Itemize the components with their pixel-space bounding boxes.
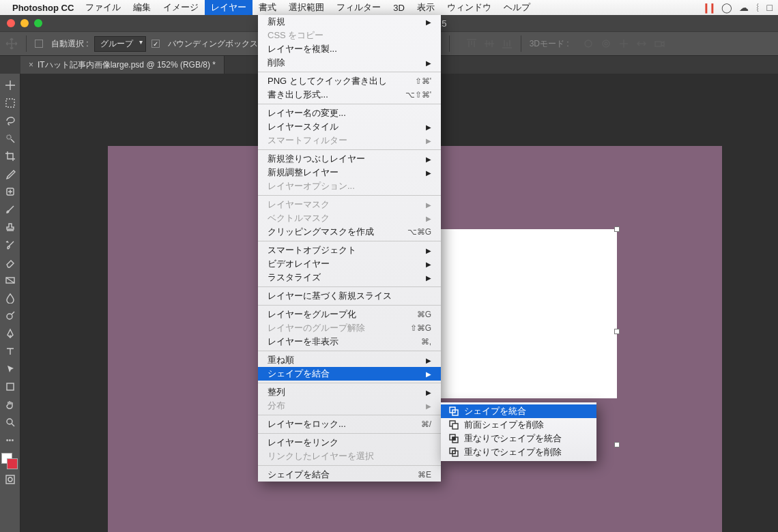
menu-layer[interactable]: レイヤー bbox=[205, 0, 253, 15]
close-tab-icon[interactable]: × bbox=[29, 60, 33, 70]
quick-mask-icon[interactable] bbox=[1, 471, 20, 488]
submenu-item-exclude[interactable]: 重なりでシェイプを削除 bbox=[441, 445, 596, 459]
menu-item[interactable]: 書き出し形式...⌥⇧⌘' bbox=[258, 88, 441, 102]
menu-select[interactable]: 選択範囲 bbox=[283, 0, 330, 15]
menu-item[interactable]: スマートオブジェクト▶ bbox=[258, 243, 441, 257]
submenu-item-label: 重なりでシェイプを削除 bbox=[464, 446, 562, 458]
submenu-item-intersect[interactable]: 重なりでシェイプを統合 bbox=[441, 432, 596, 445]
align-bottom-icon[interactable] bbox=[502, 38, 513, 49]
bbox-checkbox[interactable]: ✓ bbox=[152, 40, 160, 48]
svg-point-12 bbox=[8, 477, 12, 482]
menu-item[interactable]: 新規調整レイヤー▶ bbox=[258, 166, 441, 179]
menu-edit[interactable]: 編集 bbox=[127, 0, 157, 15]
brush-tool[interactable] bbox=[1, 201, 20, 218]
path-select-tool[interactable] bbox=[1, 360, 20, 378]
transform-handle-ne[interactable] bbox=[614, 226, 620, 232]
submenu-item-subtract[interactable]: 前面シェイプを削除 bbox=[441, 418, 596, 432]
wifi-icon[interactable]: ⧙ bbox=[755, 2, 760, 13]
menu-item[interactable]: 削除▶ bbox=[258, 56, 441, 70]
pause-sync-icon[interactable]: ❙❙ bbox=[702, 2, 715, 13]
blur-tool[interactable] bbox=[1, 289, 20, 307]
menu-item[interactable]: レイヤーをリンク bbox=[258, 436, 441, 449]
menu-item[interactable]: クリッピングマスクを作成⌥⌘G bbox=[258, 225, 441, 239]
move-tool-icon[interactable] bbox=[5, 38, 18, 50]
menu-item: スマートフィルター▶ bbox=[258, 134, 441, 147]
move-tool[interactable] bbox=[1, 76, 20, 94]
menu-item[interactable]: 新規▶ bbox=[258, 15, 441, 29]
menu-window[interactable]: ウィンドウ bbox=[441, 0, 498, 15]
type-tool[interactable] bbox=[1, 342, 20, 360]
background-swatch[interactable] bbox=[7, 458, 18, 469]
menu-item[interactable]: 整列▶ bbox=[258, 385, 441, 399]
color-swatches[interactable] bbox=[1, 453, 19, 471]
slide-icon[interactable] bbox=[636, 38, 647, 49]
quick-select-tool[interactable] bbox=[1, 130, 20, 147]
menu-item[interactable]: レイヤースタイル▶ bbox=[258, 120, 441, 134]
menu-filter[interactable]: フィルター bbox=[330, 0, 387, 15]
svg-point-5 bbox=[7, 135, 11, 139]
menu-item[interactable]: レイヤーを非表示⌘, bbox=[258, 335, 441, 349]
menu-item[interactable]: 新規塗りつぶしレイヤー▶ bbox=[258, 152, 441, 166]
submenu-item-label: 重なりでシェイプを統合 bbox=[464, 432, 562, 445]
roll-icon[interactable] bbox=[601, 38, 611, 49]
gradient-tool[interactable] bbox=[1, 271, 20, 289]
submenu-item-label: 前面シェイプを削除 bbox=[464, 419, 544, 431]
auto-select-label: 自動選択 : bbox=[51, 38, 89, 50]
eraser-tool[interactable] bbox=[1, 254, 20, 271]
transform-handle-e[interactable] bbox=[614, 329, 620, 334]
svg-point-8 bbox=[7, 314, 12, 319]
menu-item: レイヤーマスク▶ bbox=[258, 198, 441, 211]
svg-rect-9 bbox=[7, 383, 14, 390]
pen-tool[interactable] bbox=[1, 325, 20, 342]
menu-item[interactable]: レイヤーを複製... bbox=[258, 42, 441, 56]
history-brush-tool[interactable] bbox=[1, 236, 20, 254]
menu-item[interactable]: ビデオレイヤー▶ bbox=[258, 257, 441, 271]
document-tab[interactable]: × ITハット記事内画像large.psd @ 152% (RGB/8) * bbox=[20, 56, 225, 74]
submenu-item-unite[interactable]: シェイプを統合 bbox=[441, 404, 596, 418]
cloud-icon[interactable]: ☁ bbox=[739, 2, 749, 13]
bbox-label: バウンディングボックスを bbox=[168, 38, 266, 50]
menu-item[interactable]: レイヤー名の変更... bbox=[258, 106, 441, 120]
menu-type[interactable]: 書式 bbox=[253, 0, 283, 15]
more-tools-icon[interactable]: ••• bbox=[1, 431, 20, 449]
align-top-icon[interactable] bbox=[466, 38, 477, 49]
transform-handle-se[interactable] bbox=[614, 442, 620, 447]
pan-icon[interactable] bbox=[618, 38, 629, 49]
crop-tool[interactable] bbox=[1, 147, 20, 165]
menu-item[interactable]: レイヤーをグループ化⌘G bbox=[258, 308, 441, 321]
menu-item[interactable]: 重ね順▶ bbox=[258, 353, 441, 367]
auto-select-mode-dropdown[interactable]: グループ bbox=[94, 36, 146, 52]
menu-view[interactable]: 表示 bbox=[411, 0, 441, 15]
dodge-tool[interactable] bbox=[1, 307, 20, 325]
align-vcenter-icon[interactable] bbox=[484, 38, 495, 49]
mode-3d-label: 3Dモード : bbox=[530, 38, 569, 50]
lasso-tool[interactable] bbox=[1, 112, 20, 130]
menubar-right-icons: ❙❙ ◯ ☁ ⧙ □ bbox=[702, 2, 773, 13]
hand-tool[interactable] bbox=[1, 396, 20, 413]
menu-item[interactable]: レイヤーをロック...⌘/ bbox=[258, 417, 441, 431]
menu-help[interactable]: ヘルプ bbox=[498, 0, 536, 15]
menu-item[interactable]: シェイプを結合⌘E bbox=[258, 468, 441, 482]
input-icon[interactable]: □ bbox=[767, 2, 773, 13]
menu-item[interactable]: シェイプを結合▶ bbox=[258, 367, 441, 381]
cc-cloud-icon[interactable]: ◯ bbox=[721, 2, 732, 13]
menu-item[interactable]: ラスタライズ▶ bbox=[258, 271, 441, 284]
app-name[interactable]: Photoshop CC bbox=[12, 3, 74, 13]
heal-tool[interactable] bbox=[1, 183, 20, 201]
marquee-tool[interactable] bbox=[1, 94, 20, 112]
auto-select-checkbox[interactable] bbox=[35, 40, 43, 48]
menu-item[interactable]: レイヤーに基づく新規スライス bbox=[258, 289, 441, 303]
shape-tool[interactable] bbox=[1, 378, 20, 396]
menu-image[interactable]: イメージ bbox=[157, 0, 205, 15]
zoom-tool[interactable] bbox=[1, 413, 20, 431]
menu-item[interactable]: PNG としてクイック書き出し⇧⌘' bbox=[258, 74, 441, 88]
menu-3d[interactable]: 3D bbox=[387, 1, 411, 14]
intersect-icon bbox=[449, 434, 459, 443]
orbit-icon[interactable] bbox=[583, 38, 594, 49]
mac-menubar: Photoshop CC ファイル 編集 イメージ レイヤー 書式 選択範囲 フ… bbox=[0, 0, 778, 15]
eyedropper-tool[interactable] bbox=[1, 165, 20, 183]
menu-item: CSS をコピー bbox=[258, 29, 441, 42]
stamp-tool[interactable] bbox=[1, 218, 20, 236]
camera-icon[interactable] bbox=[654, 38, 665, 49]
menu-file[interactable]: ファイル bbox=[79, 0, 127, 15]
